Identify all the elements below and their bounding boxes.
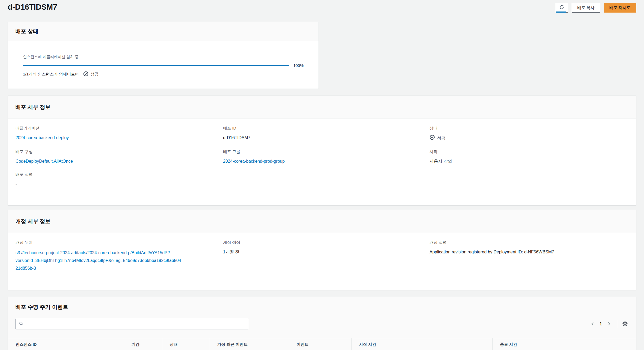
pagination: 1	[589, 320, 628, 328]
deployment-status-header: 배포 상태	[8, 22, 319, 41]
revision-created-label: 개정 생성	[223, 240, 419, 245]
application-field: 애플리케이션 2024-corea-backend-deploy	[16, 126, 223, 142]
check-circle-icon	[430, 135, 435, 142]
header-actions: 배포 복사 배포 재시도	[556, 3, 636, 13]
refresh-icon	[559, 5, 564, 11]
deployment-id-value: d-D16TIDSM7	[223, 135, 419, 141]
revision-location-field: 개정 위치 s3://techcourse-project-2024-artif…	[16, 240, 223, 272]
revision-details-card: 개정 세부 정보 개정 위치 s3://techcourse-project-2…	[8, 210, 636, 290]
pagination-current-page[interactable]: 1	[596, 322, 605, 326]
chevron-left-icon	[591, 322, 595, 327]
gear-icon	[622, 321, 628, 328]
retry-deployment-button[interactable]: 배포 재시도	[604, 3, 636, 13]
overall-status: 성공	[83, 71, 98, 77]
column-header-duration: 기간	[124, 338, 162, 350]
column-header-status: 상태	[162, 338, 210, 350]
deployment-details-card: 배포 세부 정보 애플리케이션 2024-corea-backend-deplo…	[8, 96, 636, 205]
deployment-id-label: 배포 ID	[223, 126, 419, 131]
initiator-value: 사용자 작업	[430, 158, 618, 165]
column-header-events: 이벤트	[289, 338, 351, 350]
refresh-button[interactable]	[556, 3, 568, 13]
status-text: 성공	[437, 135, 446, 142]
deployment-id-field: 배포 ID d-D16TIDSM7	[223, 126, 430, 142]
lifecycle-events-card: 배포 수명 주기 이벤트	[8, 297, 636, 350]
deployment-status-card: 배포 상태 인스턴스에 애플리케이션 설치 중 100% 1/1개의 인스턴스가…	[8, 22, 319, 89]
lifecycle-events-table: 인스턴스 ID 기간 상태 가장 최근 이벤트 이벤트 시작 시간 종료 시간 …	[8, 338, 636, 350]
application-link[interactable]: 2024-corea-backend-deploy	[16, 135, 69, 140]
deployment-details-body: 애플리케이션 2024-corea-backend-deploy 배포 ID d…	[8, 119, 636, 205]
group-field: 배포 그룹 2024-corea-backend-prod-group	[223, 149, 430, 165]
deployment-detail-page: d-D16TIDSM7 배포 복사 배포 재시도 배포 상태 인스턴스에 애플리…	[0, 0, 644, 350]
empty-cell	[223, 172, 430, 195]
description-field: 배포 설명 -	[16, 172, 223, 187]
config-link[interactable]: CodeDeployDefault.AllAtOnce	[16, 159, 73, 163]
deployment-details-title: 배포 세부 정보	[16, 104, 51, 111]
progress-bar-row: 100%	[23, 63, 304, 68]
revision-details-body: 개정 위치 s3://techcourse-project-2024-artif…	[8, 233, 636, 290]
deployment-status-body: 인스턴스에 애플리케이션 설치 중 100% 1/1개의 인스턴스가 업데이트됨	[8, 41, 319, 89]
table-header-row: 인스턴스 ID 기간 상태 가장 최근 이벤트 이벤트 시작 시간 종료 시간	[8, 338, 636, 350]
page-header: d-D16TIDSM7 배포 복사 배포 재시도	[8, 2, 636, 13]
column-header-end-time: 종료 시간	[492, 338, 636, 350]
revision-details-header: 개정 세부 정보	[8, 210, 636, 233]
revision-description-field: 개정 설명 Application revision registered by…	[430, 240, 628, 272]
column-header-recent-event: 가장 최근 이벤트	[210, 338, 289, 350]
application-label: 애플리케이션	[16, 126, 212, 131]
lifecycle-search-box[interactable]	[16, 319, 248, 329]
revision-description-label: 개정 설명	[430, 240, 618, 245]
status-field: 상태 성공	[430, 126, 628, 142]
progress-percent: 100%	[293, 63, 304, 68]
check-circle-icon	[83, 71, 89, 77]
pagination-prev-button[interactable]	[589, 321, 596, 328]
group-link[interactable]: 2024-corea-backend-prod-group	[223, 159, 285, 163]
table-settings-button[interactable]	[622, 320, 628, 328]
status-label: 상태	[430, 126, 618, 131]
progress-bar	[23, 65, 289, 66]
column-header-instance-id: 인스턴스 ID	[8, 338, 124, 350]
lifecycle-search-input[interactable]	[26, 319, 245, 329]
deployment-status-title: 배포 상태	[16, 28, 39, 35]
refresh-progress-bar	[556, 12, 566, 13]
progress-bar-fill	[23, 65, 289, 66]
revision-location-label: 개정 위치	[16, 240, 212, 245]
revision-details-title: 개정 세부 정보	[16, 218, 51, 225]
description-value: -	[16, 181, 212, 187]
overall-status-text: 성공	[90, 72, 98, 77]
status-value: 성공	[430, 135, 446, 142]
initiator-field: 시작 사용자 작업	[430, 149, 628, 165]
column-header-start-time: 시작 시간	[351, 338, 492, 350]
progress-step-label: 인스턴스에 애플리케이션 설치 중	[23, 55, 304, 59]
revision-location-line2: versionId=3EHbjDhThg1Iih7nb4MIov2Laqqc8f…	[16, 257, 212, 264]
revision-location-line3: 21d856b-3	[16, 264, 212, 272]
pagination-next-button[interactable]	[605, 321, 613, 328]
initiator-label: 시작	[430, 149, 618, 154]
instances-updated-text: 1/1개의 인스턴스가 업데이트됨	[23, 72, 79, 77]
lifecycle-events-top: 배포 수명 주기 이벤트	[8, 297, 636, 338]
revision-created-field: 개정 생성 1개월 전	[223, 240, 430, 272]
revision-created-value: 1개월 전	[223, 249, 419, 255]
description-label: 배포 설명	[16, 172, 212, 177]
revision-location-link[interactable]: s3://techcourse-project-2024-artifacts/2…	[16, 249, 212, 272]
pagination-divider	[617, 320, 617, 328]
search-icon	[19, 321, 24, 327]
chevron-right-icon	[607, 322, 611, 327]
deployment-details-header: 배포 세부 정보	[8, 96, 636, 119]
lifecycle-events-tools: 1	[16, 319, 628, 338]
page-title: d-D16TIDSM7	[8, 3, 57, 12]
instances-updated-line: 1/1개의 인스턴스가 업데이트됨 성공	[23, 71, 304, 77]
config-field: 배포 구성 CodeDeployDefault.AllAtOnce	[16, 149, 223, 165]
copy-deployment-button[interactable]: 배포 복사	[572, 3, 600, 13]
empty-cell	[430, 172, 628, 195]
group-label: 배포 그룹	[223, 149, 419, 154]
config-label: 배포 구성	[16, 149, 212, 154]
revision-description-value: Application revision registered by Deplo…	[430, 249, 618, 255]
revision-location-line1: s3://techcourse-project-2024-artifacts/2…	[16, 249, 212, 257]
lifecycle-events-title: 배포 수명 주기 이벤트	[16, 304, 68, 310]
